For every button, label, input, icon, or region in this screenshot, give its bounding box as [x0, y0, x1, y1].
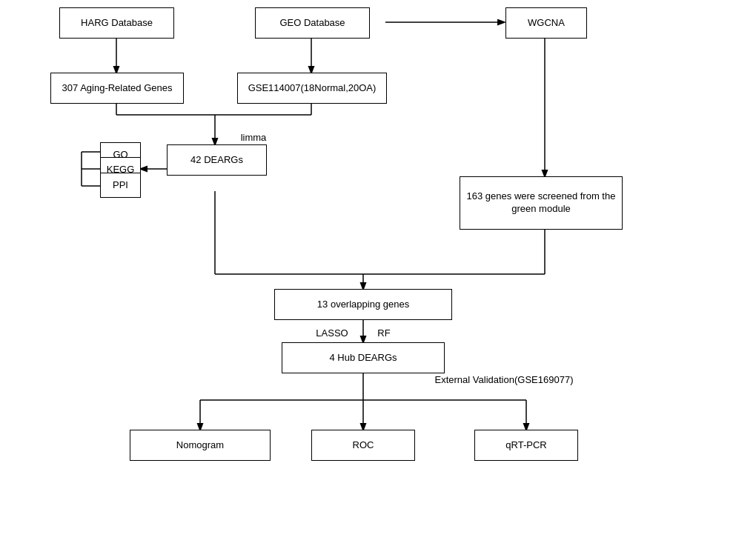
hub-deargs-box: 4 Hub DEARGs: [282, 342, 445, 373]
overlapping-label: 13 overlapping genes: [317, 299, 409, 311]
geo-label: GEO Database: [279, 17, 345, 30]
harg-label: HARG Database: [81, 17, 153, 30]
geo-database-box: GEO Database: [255, 7, 370, 39]
external-validation-label: External Validation(GSE169077): [419, 374, 589, 387]
qrt-pcr-box: qRT-PCR: [474, 430, 578, 461]
deargs-box: 42 DEARGs: [167, 144, 267, 176]
rf-label: RF: [369, 327, 399, 340]
hub-deargs-label: 4 Hub DEARGs: [329, 352, 397, 364]
limma-label: limma: [224, 132, 283, 144]
ppi-label: PPI: [113, 179, 128, 192]
gse-label: GSE114007(18Normal,20OA): [248, 82, 377, 95]
green-module-label: 163 genes were screened from the green m…: [466, 190, 616, 216]
aging-genes-label: 307 Aging-Related Genes: [62, 82, 173, 95]
aging-genes-box: 307 Aging-Related Genes: [50, 73, 184, 104]
nomogram-box: Nomogram: [130, 430, 271, 461]
roc-label: ROC: [353, 439, 374, 452]
green-module-box: 163 genes were screened from the green m…: [460, 176, 623, 230]
wgcna-label: WGCNA: [528, 17, 565, 30]
roc-box: ROC: [311, 430, 415, 461]
nomogram-label: Nomogram: [176, 439, 224, 452]
qrt-pcr-label: qRT-PCR: [505, 439, 546, 452]
overlapping-genes-box: 13 overlapping genes: [274, 289, 452, 320]
wgcna-box: WGCNA: [505, 7, 587, 39]
gse-box: GSE114007(18Normal,20OA): [237, 73, 387, 104]
flowchart-diagram: HARG Database GEO Database WGCNA 307 Agi…: [0, 0, 756, 546]
ppi-box: PPI: [100, 173, 141, 198]
harg-database-box: HARG Database: [59, 7, 174, 39]
lasso-label: LASSO: [310, 327, 354, 340]
deargs-label: 42 DEARGs: [190, 154, 243, 167]
